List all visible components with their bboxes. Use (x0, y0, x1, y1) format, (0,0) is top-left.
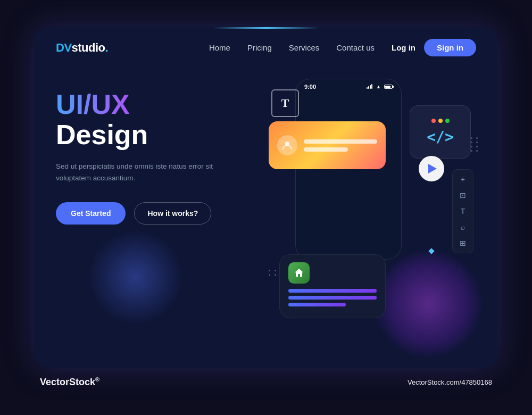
crop-tool-icon[interactable]: ⊞ (460, 239, 466, 247)
hero-gradient-text: UI/UX (56, 89, 130, 120)
nav-contact[interactable]: Contact us (336, 43, 375, 52)
right-panel: T 9:00 ▲ (258, 73, 476, 350)
phone-status-bar: 9:00 ▲ (296, 79, 401, 92)
dot (471, 137, 472, 139)
code-card: </> (410, 105, 471, 159)
hero-title-bottom: Design (56, 120, 258, 150)
profile-card (269, 121, 386, 169)
signin-button[interactable]: Sign in (424, 39, 476, 56)
text-tool-icon: T (281, 96, 289, 110)
watermark-brand: VectorStock (40, 377, 95, 387)
signal-icon (367, 85, 374, 89)
navbar: DV studio . Home Pricing Services Contac… (35, 27, 497, 68)
chat-line-2 (288, 296, 377, 300)
phone-status-icons: ▲ (367, 84, 393, 89)
chat-card (279, 254, 386, 318)
dot (471, 146, 472, 147)
profile-line-1 (304, 139, 377, 144)
main-container: DV studio . Home Pricing Services Contac… (35, 27, 497, 368)
hero-buttons: Get Started How it works? (56, 202, 258, 225)
login-button[interactable]: Log in (392, 43, 415, 52)
select-tool-icon[interactable]: ⊡ (460, 191, 466, 200)
hero-title-top: UI/UX (56, 89, 258, 120)
chat-line-3 (288, 303, 346, 306)
diamond-blue-decoration (428, 248, 434, 254)
logo-dot: . (105, 41, 109, 55)
watermark-bar: VectorStock® VectorStock.com/47850168 (35, 376, 497, 388)
logo-studio: studio (72, 41, 105, 55)
chat-app-icon (288, 262, 310, 284)
nav-links: Home Pricing Services Contact us (209, 43, 375, 52)
phone-notch (330, 92, 367, 103)
hero-description: Sed ut perspiciatis unde omnis iste natu… (56, 161, 215, 184)
text-tool-card: T (271, 89, 299, 117)
tools-panel: + ⊡ T ⌕ ⊞ (452, 169, 473, 253)
profile-avatar-icon (277, 135, 297, 155)
person-icon (282, 140, 293, 151)
battery-icon (384, 85, 393, 89)
get-started-button[interactable]: Get Started (56, 202, 126, 225)
nav-auth: Log in Sign in (392, 39, 476, 56)
watermark-reg: ® (95, 376, 99, 383)
watermark-left: VectorStock® (40, 376, 99, 388)
dot (476, 137, 478, 139)
dot (476, 146, 478, 147)
dot (471, 142, 472, 143)
home-icon (293, 267, 305, 279)
chat-line-1 (288, 289, 377, 293)
watermark-right: VectorStock.com/47850168 (408, 378, 492, 386)
nav-services[interactable]: Services (289, 43, 320, 52)
code-dots (431, 119, 450, 123)
code-bracket-symbol: </> (427, 128, 454, 146)
profile-content-lines (304, 139, 377, 152)
how-it-works-button[interactable]: How it works? (134, 202, 211, 225)
dot-yellow (438, 119, 443, 123)
chat-content-lines (288, 289, 377, 306)
search-tool-icon[interactable]: ⌕ (461, 223, 465, 231)
phone-time: 9:00 (304, 84, 316, 90)
main-content: UI/UX Design Sed ut perspiciatis unde om… (35, 68, 497, 366)
play-button[interactable] (419, 156, 444, 181)
nav-home[interactable]: Home (209, 43, 230, 52)
dot-red (431, 119, 436, 123)
nav-pricing[interactable]: Pricing (247, 43, 272, 52)
text-tool-icon[interactable]: T (461, 207, 466, 215)
phone-mockup: 9:00 ▲ (295, 79, 402, 260)
wifi-icon: ▲ (376, 84, 381, 89)
dot (476, 150, 478, 152)
logo: DV studio . (56, 41, 109, 55)
add-tool-icon[interactable]: + (461, 175, 465, 184)
dot-green (445, 119, 450, 123)
logo-dv: DV (56, 41, 72, 55)
dot (476, 142, 478, 143)
play-triangle-icon (428, 164, 437, 173)
left-panel: UI/UX Design Sed ut perspiciatis unde om… (56, 79, 258, 350)
dot (471, 150, 472, 152)
profile-line-2 (304, 147, 348, 152)
